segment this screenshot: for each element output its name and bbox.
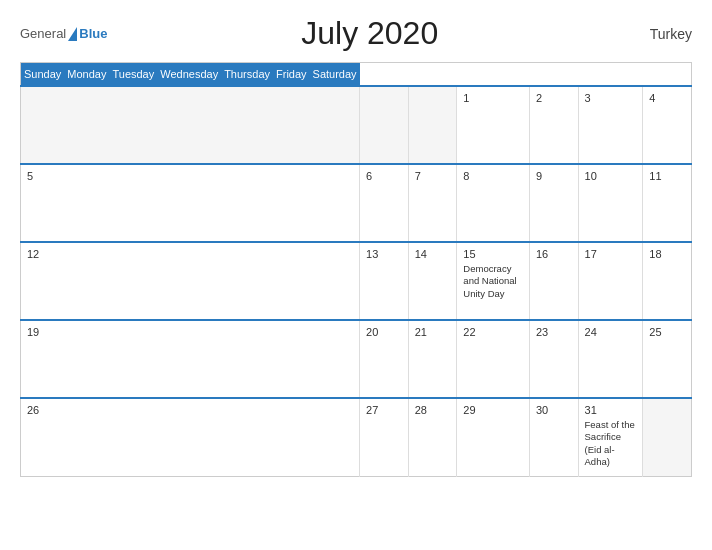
calendar-day bbox=[360, 86, 409, 164]
calendar-day: 23 bbox=[529, 320, 578, 398]
logo-general-text: General bbox=[20, 26, 66, 41]
day-number: 23 bbox=[536, 326, 572, 338]
calendar-day: 7 bbox=[408, 164, 457, 242]
calendar-day: 30 bbox=[529, 398, 578, 476]
calendar-day bbox=[643, 398, 692, 476]
calendar-day: 21 bbox=[408, 320, 457, 398]
calendar-day: 24 bbox=[578, 320, 643, 398]
header: General Blue July 2020 Turkey bbox=[20, 15, 692, 52]
calendar-table: Sunday Monday Tuesday Wednesday Thursday… bbox=[20, 62, 692, 477]
calendar-day: 15Democracy and National Unity Day bbox=[457, 242, 530, 320]
day-number: 7 bbox=[415, 170, 451, 182]
day-number: 19 bbox=[27, 326, 353, 338]
calendar-day: 14 bbox=[408, 242, 457, 320]
header-wednesday: Wednesday bbox=[157, 63, 221, 85]
calendar-day: 18 bbox=[643, 242, 692, 320]
header-saturday: Saturday bbox=[310, 63, 360, 85]
calendar-week-row: 12131415Democracy and National Unity Day… bbox=[21, 242, 692, 320]
day-number: 13 bbox=[366, 248, 402, 260]
calendar-day bbox=[21, 86, 360, 164]
header-thursday: Thursday bbox=[221, 63, 273, 85]
day-number: 30 bbox=[536, 404, 572, 416]
calendar-day: 8 bbox=[457, 164, 530, 242]
day-number: 1 bbox=[463, 92, 523, 104]
day-number: 20 bbox=[366, 326, 402, 338]
day-number: 8 bbox=[463, 170, 523, 182]
day-number: 29 bbox=[463, 404, 523, 416]
calendar-day: 2 bbox=[529, 86, 578, 164]
calendar-day: 4 bbox=[643, 86, 692, 164]
calendar-header-row: Sunday Monday Tuesday Wednesday Thursday… bbox=[21, 63, 360, 85]
calendar-day: 17 bbox=[578, 242, 643, 320]
calendar-day: 3 bbox=[578, 86, 643, 164]
calendar-day: 5 bbox=[21, 164, 360, 242]
logo-blue-text: Blue bbox=[79, 26, 107, 41]
day-number: 9 bbox=[536, 170, 572, 182]
calendar-week-row: 262728293031Feast of the Sacrifice (Eid … bbox=[21, 398, 692, 476]
day-number: 11 bbox=[649, 170, 685, 182]
calendar-day: 1 bbox=[457, 86, 530, 164]
header-sunday: Sunday bbox=[21, 63, 64, 85]
calendar-page: General Blue July 2020 Turkey Sunday Mon… bbox=[0, 0, 712, 550]
logo-triangle-icon bbox=[68, 27, 77, 41]
day-number: 16 bbox=[536, 248, 572, 260]
calendar-day: 9 bbox=[529, 164, 578, 242]
day-number: 4 bbox=[649, 92, 685, 104]
day-number: 15 bbox=[463, 248, 523, 260]
day-number: 25 bbox=[649, 326, 685, 338]
day-number: 5 bbox=[27, 170, 353, 182]
day-event: Democracy and National Unity Day bbox=[463, 263, 523, 300]
calendar-day: 13 bbox=[360, 242, 409, 320]
day-number: 28 bbox=[415, 404, 451, 416]
calendar-day bbox=[408, 86, 457, 164]
calendar-day: 19 bbox=[21, 320, 360, 398]
calendar-day: 28 bbox=[408, 398, 457, 476]
calendar-day: 6 bbox=[360, 164, 409, 242]
calendar-day: 25 bbox=[643, 320, 692, 398]
logo: General Blue bbox=[20, 26, 107, 41]
day-number: 24 bbox=[585, 326, 637, 338]
calendar-week-row: 1234 bbox=[21, 86, 692, 164]
calendar-day: 22 bbox=[457, 320, 530, 398]
day-number: 21 bbox=[415, 326, 451, 338]
calendar-week-row: 19202122232425 bbox=[21, 320, 692, 398]
calendar-day: 29 bbox=[457, 398, 530, 476]
day-number: 6 bbox=[366, 170, 402, 182]
calendar-day: 26 bbox=[21, 398, 360, 476]
day-number: 12 bbox=[27, 248, 353, 260]
day-number: 17 bbox=[585, 248, 637, 260]
calendar-week-row: 567891011 bbox=[21, 164, 692, 242]
day-number: 26 bbox=[27, 404, 353, 416]
day-number: 18 bbox=[649, 248, 685, 260]
calendar-day: 11 bbox=[643, 164, 692, 242]
country-label: Turkey bbox=[632, 26, 692, 42]
calendar-day: 16 bbox=[529, 242, 578, 320]
header-monday: Monday bbox=[64, 63, 109, 85]
day-event: Feast of the Sacrifice (Eid al-Adha) bbox=[585, 419, 637, 468]
day-number: 10 bbox=[585, 170, 637, 182]
day-number: 14 bbox=[415, 248, 451, 260]
day-number: 27 bbox=[366, 404, 402, 416]
day-number: 3 bbox=[585, 92, 637, 104]
day-number: 22 bbox=[463, 326, 523, 338]
day-number: 31 bbox=[585, 404, 637, 416]
header-tuesday: Tuesday bbox=[109, 63, 157, 85]
calendar-body: 123456789101112131415Democracy and Natio… bbox=[21, 86, 692, 476]
calendar-day: 27 bbox=[360, 398, 409, 476]
calendar-day: 12 bbox=[21, 242, 360, 320]
day-number: 2 bbox=[536, 92, 572, 104]
calendar-day: 31Feast of the Sacrifice (Eid al-Adha) bbox=[578, 398, 643, 476]
calendar-day: 10 bbox=[578, 164, 643, 242]
month-title: July 2020 bbox=[107, 15, 632, 52]
calendar-day: 20 bbox=[360, 320, 409, 398]
header-friday: Friday bbox=[273, 63, 310, 85]
